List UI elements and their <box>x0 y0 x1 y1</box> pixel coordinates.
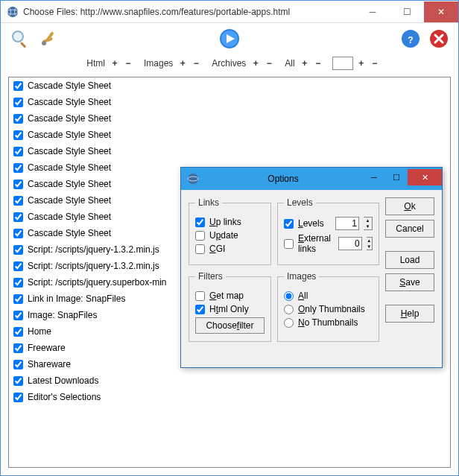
list-item[interactable]: Cascade Style Sheet <box>9 127 450 143</box>
cgi-label: CGI <box>209 244 225 254</box>
filter-all-label: All <box>285 58 294 69</box>
dialog-close-button[interactable]: ✕ <box>408 169 442 185</box>
all-plus[interactable]: + <box>300 58 310 69</box>
list-item-checkbox[interactable] <box>13 327 23 337</box>
svg-rect-3 <box>20 42 26 48</box>
list-item-checkbox[interactable] <box>13 261 23 271</box>
archives-minus[interactable]: − <box>264 58 274 69</box>
help-button[interactable]: Help <box>385 305 434 323</box>
filter-archives-label: Archives <box>212 58 246 69</box>
list-item[interactable]: Cascade Style Sheet <box>9 110 450 127</box>
maximize-button[interactable]: ☐ <box>390 1 424 22</box>
settings-icon[interactable] <box>37 27 60 51</box>
save-button[interactable]: Save <box>385 273 434 291</box>
archives-plus[interactable]: + <box>250 58 261 69</box>
list-item-checkbox[interactable] <box>13 98 23 107</box>
list-item[interactable]: Editor's Selections <box>9 389 450 405</box>
list-item[interactable]: Cascade Style Sheet <box>9 94 450 110</box>
search-icon[interactable] <box>8 27 32 51</box>
list-item-label: Cascade Style Sheet <box>28 146 111 156</box>
list-item-checkbox[interactable] <box>13 278 23 288</box>
external-checkbox[interactable] <box>284 239 294 249</box>
list-item[interactable]: Cascade Style Sheet <box>9 77 450 94</box>
custom-minus[interactable]: − <box>370 58 380 69</box>
images-plus[interactable]: + <box>177 58 188 69</box>
list-item-checkbox[interactable] <box>13 212 23 222</box>
list-item-checkbox[interactable] <box>13 229 23 238</box>
list-item-label: Home <box>28 326 51 337</box>
svg-point-0 <box>7 7 18 17</box>
filter-bar: Html + − Images + − Archives + − All + −… <box>1 54 458 77</box>
list-item-checkbox[interactable] <box>13 360 23 369</box>
dialog-title: Options <box>203 174 363 184</box>
list-item-checkbox[interactable] <box>13 245 23 255</box>
dialog-app-icon <box>187 173 199 185</box>
external-input[interactable] <box>338 237 362 250</box>
close-button[interactable]: ✕ <box>424 1 458 22</box>
list-item-checkbox[interactable] <box>13 163 23 173</box>
ok-button[interactable]: Ok <box>385 197 434 215</box>
dialog-maximize-button[interactable]: ☐ <box>385 169 408 185</box>
levels-group: Levels Levels ▲▼ External links ▲▼ <box>277 197 379 265</box>
html-plus[interactable]: + <box>110 58 120 69</box>
svg-point-12 <box>188 174 198 184</box>
titlebar: Choose Files: http://www.snapfiles.com/f… <box>1 1 458 23</box>
help-icon[interactable]: ? <box>399 27 422 51</box>
uplinks-checkbox[interactable] <box>195 218 205 227</box>
cancel-icon[interactable] <box>427 27 451 51</box>
list-item-checkbox[interactable] <box>13 147 23 156</box>
all-minus[interactable]: − <box>313 58 323 69</box>
images-only-label: Only Thumbnails <box>298 304 365 314</box>
window-buttons: ─ ☐ ✕ <box>355 1 458 22</box>
list-item-checkbox[interactable] <box>13 311 23 320</box>
images-all-radio[interactable] <box>284 291 294 301</box>
levels-input[interactable] <box>335 217 359 230</box>
filters-group: Filters Get map Html Only Choose filter <box>189 271 271 342</box>
list-item-label: Cascade Style Sheet <box>28 195 111 206</box>
images-none-radio[interactable] <box>284 318 294 328</box>
update-checkbox[interactable] <box>195 231 205 241</box>
htmlonly-checkbox[interactable] <box>195 305 205 314</box>
images-group: Images All Only Thumbnails No Thumbnails <box>277 271 379 342</box>
list-item-label: Cascade Style Sheet <box>28 162 111 173</box>
list-item-checkbox[interactable] <box>13 393 23 402</box>
minimize-button[interactable]: ─ <box>355 1 390 22</box>
external-label: External links <box>298 233 334 254</box>
cancel-button[interactable]: Cancel <box>385 220 434 238</box>
html-minus[interactable]: − <box>123 58 133 69</box>
levels-checkbox[interactable] <box>284 219 294 229</box>
play-icon[interactable] <box>218 27 241 51</box>
levels-spinner[interactable]: ▲▼ <box>364 217 373 230</box>
options-dialog: Options ─ ☐ ✕ Links Up links Update CGI … <box>180 167 443 368</box>
list-item-checkbox[interactable] <box>13 294 23 304</box>
getmap-checkbox[interactable] <box>195 291 205 301</box>
choose-filter-button[interactable]: Choose filter <box>195 317 265 334</box>
cgi-checkbox[interactable] <box>195 244 205 254</box>
list-item-checkbox[interactable] <box>13 343 23 353</box>
filter-html-label: Html <box>86 58 105 69</box>
levels-legend: Levels <box>284 197 316 208</box>
list-item-checkbox[interactable] <box>13 81 23 91</box>
list-item-checkbox[interactable] <box>13 114 23 124</box>
images-none-label: No Thumbnails <box>298 317 358 328</box>
list-item-label: Cascade Style Sheet <box>28 130 111 140</box>
window-title: Choose Files: http://www.snapfiles.com/f… <box>23 7 355 17</box>
dialog-titlebar: Options ─ ☐ ✕ <box>181 168 442 190</box>
external-spinner[interactable]: ▲▼ <box>367 237 373 250</box>
list-item-checkbox[interactable] <box>13 376 23 386</box>
list-item[interactable]: Cascade Style Sheet <box>9 143 450 159</box>
list-item-checkbox[interactable] <box>13 196 23 206</box>
images-minus[interactable]: − <box>191 58 201 69</box>
list-item-checkbox[interactable] <box>13 180 23 189</box>
update-label: Update <box>209 230 238 241</box>
list-item-checkbox[interactable] <box>13 130 23 140</box>
images-only-radio[interactable] <box>284 305 294 314</box>
list-item[interactable]: Latest Downloads <box>9 372 450 389</box>
dialog-minimize-button[interactable]: ─ <box>363 169 385 185</box>
svg-point-2 <box>13 31 23 42</box>
list-item-label: Cascade Style Sheet <box>28 80 111 91</box>
list-item-label: Cascade Style Sheet <box>28 212 111 222</box>
load-button[interactable]: Load <box>385 251 434 269</box>
filter-input[interactable] <box>332 57 353 70</box>
custom-plus[interactable]: + <box>356 58 367 69</box>
